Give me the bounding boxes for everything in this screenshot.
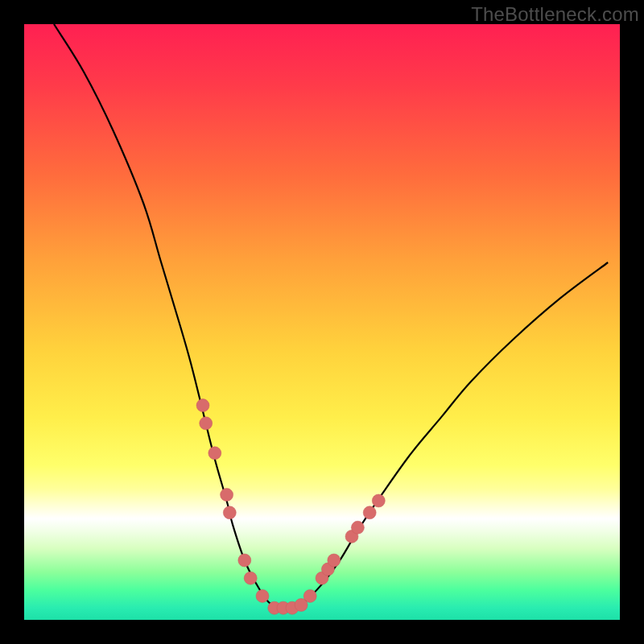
curve-marker (256, 589, 269, 602)
curve-marker (238, 554, 251, 567)
bottleneck-curve (54, 24, 608, 609)
chart-frame: TheBottleneck.com (0, 0, 644, 644)
curve-marker (208, 447, 221, 460)
curve-layer (24, 24, 620, 620)
watermark-text: TheBottleneck.com (471, 3, 639, 26)
plot-area (24, 24, 620, 620)
curve-marker (363, 506, 376, 519)
curve-marker (196, 399, 209, 412)
curve-marker (244, 572, 257, 584)
curve-marker (372, 494, 385, 507)
curve-marker (303, 589, 316, 602)
curve-marker (351, 521, 364, 534)
curve-marker (223, 506, 236, 519)
curve-marker (328, 554, 341, 567)
curve-marker (200, 417, 213, 430)
curve-marker (221, 489, 233, 502)
curve-markers (196, 399, 385, 615)
